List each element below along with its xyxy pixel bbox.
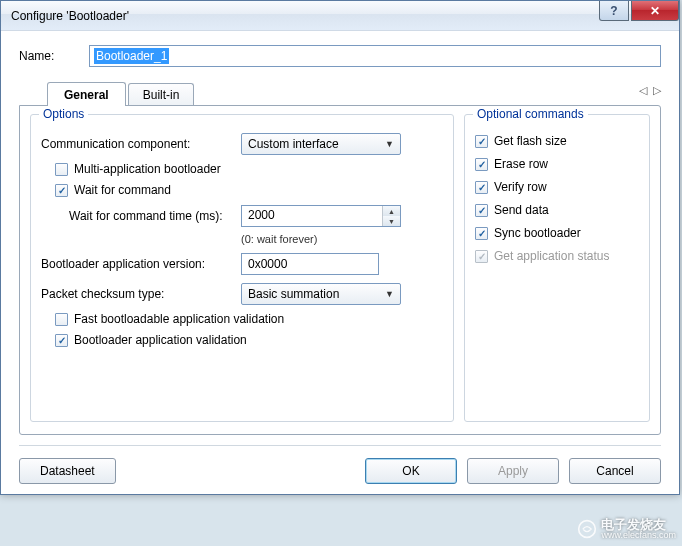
watermark: 电子发烧友 www.elecfans.com	[577, 518, 676, 540]
app-version-input[interactable]: 0x0000	[241, 253, 379, 275]
comm-component-combo[interactable]: Custom interface ▼	[241, 133, 401, 155]
sync-boot-label: Sync bootloader	[494, 226, 581, 240]
app-version-row: Bootloader application version: 0x0000	[41, 253, 443, 275]
tab-general[interactable]: General	[47, 82, 126, 106]
watermark-cn: 电子发烧友	[601, 518, 676, 531]
watermark-text: 电子发烧友 www.elecfans.com	[601, 518, 676, 540]
sync-boot-row[interactable]: Sync bootloader	[475, 226, 639, 240]
get-flash-row[interactable]: Get flash size	[475, 134, 639, 148]
send-data-label: Send data	[494, 203, 549, 217]
comm-component-label: Communication component:	[41, 137, 241, 151]
window-title: Configure 'Bootloader'	[11, 9, 129, 23]
options-group: Options Communication component: Custom …	[30, 114, 454, 422]
name-input[interactable]: Bootloader_1	[89, 45, 661, 67]
help-icon: ?	[610, 4, 617, 18]
titlebar: Configure 'Bootloader' ? ✕	[1, 1, 679, 31]
fast-validation-label: Fast bootloadable application validation	[74, 312, 284, 326]
checksum-row: Packet checksum type: Basic summation ▼	[41, 283, 443, 305]
options-legend: Options	[39, 107, 88, 121]
chevron-down-icon: ▼	[385, 289, 394, 299]
optional-legend: Optional commands	[473, 107, 588, 121]
spin-down-icon[interactable]: ▼	[383, 216, 400, 226]
wait-time-value: 2000	[242, 206, 382, 226]
get-app-status-label: Get application status	[494, 249, 609, 263]
sync-boot-checkbox[interactable]	[475, 227, 488, 240]
send-data-checkbox[interactable]	[475, 204, 488, 217]
wait-cmd-row[interactable]: Wait for command	[41, 183, 443, 197]
wait-cmd-checkbox[interactable]	[55, 184, 68, 197]
tab-builtin[interactable]: Built-in	[128, 83, 195, 105]
help-button[interactable]: ?	[599, 1, 629, 21]
send-data-row[interactable]: Send data	[475, 203, 639, 217]
tab-area: General Built-in ◁ ▷ Options Communicati…	[19, 81, 661, 435]
get-app-status-checkbox	[475, 250, 488, 263]
dialog-content: Name: Bootloader_1 General Built-in ◁ ▷ …	[1, 31, 679, 494]
comm-component-row: Communication component: Custom interfac…	[41, 133, 443, 155]
app-version-value: 0x0000	[248, 257, 287, 271]
svg-point-0	[579, 521, 596, 538]
comm-component-value: Custom interface	[248, 137, 339, 151]
datasheet-button[interactable]: Datasheet	[19, 458, 116, 484]
watermark-url: www.elecfans.com	[601, 531, 676, 540]
dialog-window: Configure 'Bootloader' ? ✕ Name: Bootloa…	[0, 0, 680, 495]
checksum-value: Basic summation	[248, 287, 339, 301]
bootloader-validation-label: Bootloader application validation	[74, 333, 247, 347]
tab-row: General Built-in ◁ ▷	[19, 81, 661, 105]
wait-time-spinner[interactable]: 2000 ▲ ▼	[241, 205, 401, 227]
spin-up-icon[interactable]: ▲	[383, 206, 400, 216]
erase-row-label: Erase row	[494, 157, 548, 171]
name-row: Name: Bootloader_1	[19, 45, 661, 67]
verify-row-row[interactable]: Verify row	[475, 180, 639, 194]
multi-app-row[interactable]: Multi-application bootloader	[41, 162, 443, 176]
fast-validation-checkbox[interactable]	[55, 313, 68, 326]
verify-row-checkbox[interactable]	[475, 181, 488, 194]
close-icon: ✕	[650, 4, 660, 18]
tab-next-icon[interactable]: ▷	[653, 84, 661, 97]
checksum-combo[interactable]: Basic summation ▼	[241, 283, 401, 305]
get-flash-checkbox[interactable]	[475, 135, 488, 148]
get-app-status-row: Get application status	[475, 249, 639, 263]
erase-row-checkbox[interactable]	[475, 158, 488, 171]
wait-hint: (0: wait forever)	[241, 233, 443, 245]
name-value: Bootloader_1	[94, 48, 169, 64]
wait-cmd-label: Wait for command	[74, 183, 171, 197]
wait-time-label: Wait for command time (ms):	[41, 209, 241, 223]
tab-prev-icon[interactable]: ◁	[639, 84, 647, 97]
spinner-buttons: ▲ ▼	[382, 206, 400, 226]
chevron-down-icon: ▼	[385, 139, 394, 149]
optional-commands-group: Optional commands Get flash size Erase r…	[464, 114, 650, 422]
tab-nav: ◁ ▷	[639, 84, 661, 97]
cancel-button[interactable]: Cancel	[569, 458, 661, 484]
multi-app-label: Multi-application bootloader	[74, 162, 221, 176]
tab-panel: Options Communication component: Custom …	[19, 105, 661, 435]
fast-validation-row[interactable]: Fast bootloadable application validation	[41, 312, 443, 326]
checksum-label: Packet checksum type:	[41, 287, 241, 301]
ok-button[interactable]: OK	[365, 458, 457, 484]
apply-button[interactable]: Apply	[467, 458, 559, 484]
divider	[19, 445, 661, 446]
bootloader-validation-checkbox[interactable]	[55, 334, 68, 347]
erase-row-row[interactable]: Erase row	[475, 157, 639, 171]
close-button[interactable]: ✕	[631, 1, 679, 21]
multi-app-checkbox[interactable]	[55, 163, 68, 176]
button-row: Datasheet OK Apply Cancel	[19, 458, 661, 484]
get-flash-label: Get flash size	[494, 134, 567, 148]
app-version-label: Bootloader application version:	[41, 257, 241, 271]
bootloader-validation-row[interactable]: Bootloader application validation	[41, 333, 443, 347]
verify-row-label: Verify row	[494, 180, 547, 194]
watermark-logo-icon	[577, 519, 597, 539]
wait-time-row: Wait for command time (ms): 2000 ▲ ▼	[41, 205, 443, 227]
name-label: Name:	[19, 49, 89, 63]
titlebar-buttons: ? ✕	[599, 1, 679, 21]
